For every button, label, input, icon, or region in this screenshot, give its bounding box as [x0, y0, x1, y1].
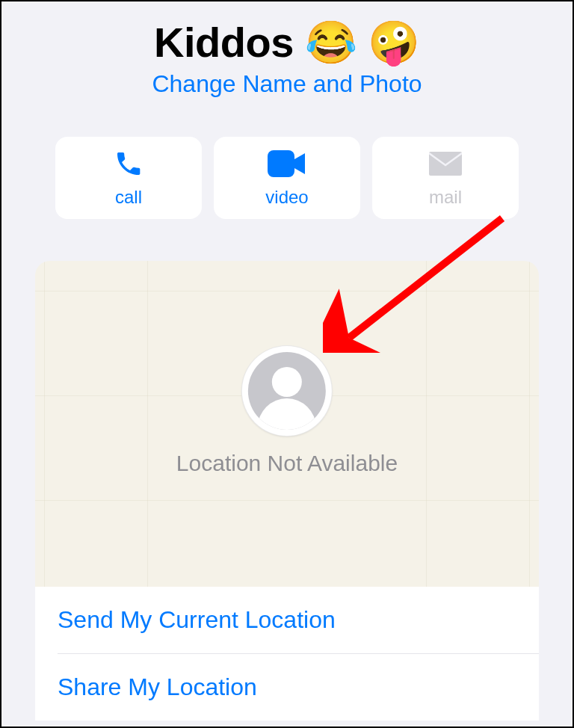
- location-avatar-pin: [242, 346, 332, 436]
- location-map[interactable]: Location Not Available: [35, 261, 539, 587]
- action-row: call video mail: [1, 137, 573, 219]
- share-my-location-button[interactable]: Share My Location: [35, 654, 539, 721]
- mail-button[interactable]: mail: [372, 137, 519, 219]
- send-current-location-button[interactable]: Send My Current Location: [35, 587, 539, 653]
- svg-rect-0: [268, 150, 294, 177]
- contact-header: Kiddos 😂 🤪 Change Name and Photo: [1, 1, 573, 98]
- location-status-text: Location Not Available: [176, 451, 398, 476]
- video-button[interactable]: video: [214, 137, 360, 219]
- person-silhouette-icon: [248, 352, 326, 430]
- svg-rect-1: [429, 152, 462, 176]
- call-button[interactable]: call: [55, 137, 202, 219]
- mail-label: mail: [429, 187, 462, 208]
- video-label: video: [265, 187, 308, 208]
- video-icon: [268, 148, 306, 179]
- mail-icon: [429, 148, 462, 179]
- location-actions-list: Send My Current Location Share My Locati…: [35, 587, 539, 721]
- call-label: call: [115, 187, 142, 208]
- change-name-photo-link[interactable]: Change Name and Photo: [152, 70, 422, 98]
- contact-title: Kiddos 😂 🤪: [1, 18, 573, 67]
- phone-icon: [114, 148, 144, 179]
